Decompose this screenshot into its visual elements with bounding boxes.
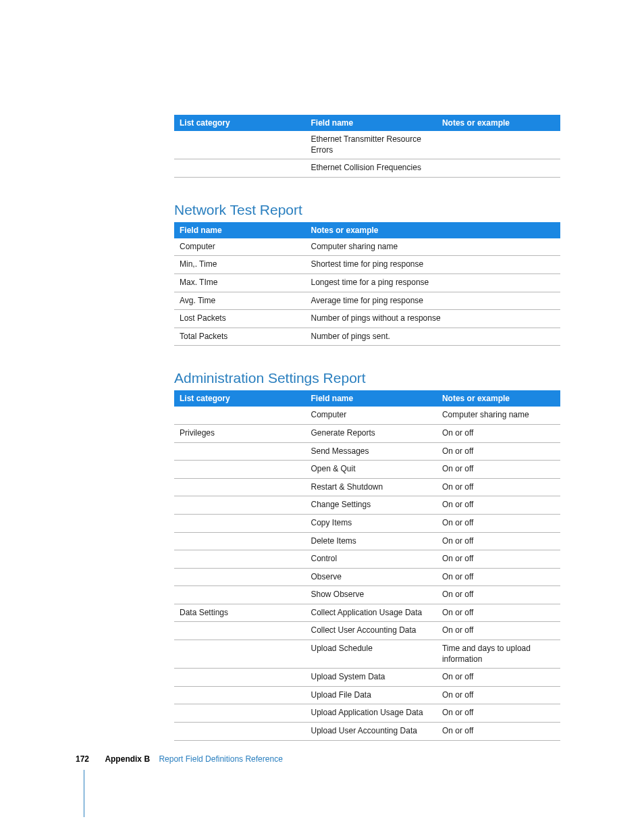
table-row: Max. TImeLongest time for a ping respons… — [174, 273, 560, 292]
table-cell: On or off — [437, 496, 560, 515]
th-notes: Notes or example — [437, 115, 560, 131]
table-cell: Computer sharing name — [305, 238, 560, 256]
table-cell: Min,. Time — [174, 256, 305, 274]
table-row: Collect User Accounting DataOn or off — [174, 622, 560, 640]
table-cell — [174, 478, 305, 496]
table-row: Show ObserveOn or off — [174, 586, 560, 604]
footer-rule — [84, 770, 84, 817]
table-cell: Ethernet Collision Frequencies — [305, 159, 436, 178]
table-row: Min,. TimeShortest time for ping respons… — [174, 256, 560, 274]
table-row: Send MessagesOn or off — [174, 442, 560, 461]
table-row: Upload File DataOn or off — [174, 686, 560, 704]
table-network-test: Field name Notes or example ComputerComp… — [174, 222, 560, 346]
table-cell: Avg. Time — [174, 292, 305, 310]
table-cell: On or off — [437, 704, 560, 723]
table-row: Data SettingsCollect Application Usage D… — [174, 604, 560, 622]
table-cell: Number of pings without a response — [305, 310, 560, 328]
table-cell: On or off — [437, 424, 560, 442]
table-cell — [174, 461, 305, 479]
table-cell: On or off — [437, 586, 560, 604]
table-cell: On or off — [437, 686, 560, 704]
table-row: Upload System DataOn or off — [174, 669, 560, 687]
table-row: Ethernet Transmitter Resource Errors — [174, 131, 560, 159]
content-area: List category Field name Notes or exampl… — [174, 115, 560, 765]
page-footer: 172 Appendix B Report Field Definitions … — [76, 754, 283, 764]
th-field-name: Field name — [174, 222, 305, 238]
table-cell: On or off — [437, 442, 560, 461]
th-notes: Notes or example — [305, 222, 560, 238]
table-cell: Delete Items — [305, 532, 436, 550]
table-cell: On or off — [437, 461, 560, 479]
table-cell: Open & Quit — [305, 461, 436, 479]
table-admin-settings: List category Field name Notes or exampl… — [174, 390, 560, 740]
table-row: Upload Application Usage DataOn or off — [174, 704, 560, 723]
table-cell: Shortest time for ping response — [305, 256, 560, 274]
table-row: Change SettingsOn or off — [174, 496, 560, 515]
table-cell: On or off — [437, 669, 560, 687]
table-cell: Total Packets — [174, 328, 305, 346]
table-cell — [174, 686, 305, 704]
table-header-row: List category Field name Notes or exampl… — [174, 115, 560, 131]
table-cell: Show Observe — [305, 586, 436, 604]
table3-body: ComputerComputer sharing namePrivilegesG… — [174, 407, 560, 740]
heading-network-test-report: Network Test Report — [174, 202, 560, 218]
th-field-name: Field name — [305, 115, 436, 131]
table2-body: ComputerComputer sharing nameMin,. TimeS… — [174, 238, 560, 346]
table-cell: On or off — [437, 604, 560, 622]
table-cell — [174, 159, 305, 178]
table-cell: Lost Packets — [174, 310, 305, 328]
table-cell: Upload User Accounting Data — [305, 723, 436, 741]
table-cell: Upload System Data — [305, 669, 436, 687]
th-field-name: Field name — [305, 390, 436, 407]
table-row: ObserveOn or off — [174, 568, 560, 586]
table-cell: On or off — [437, 622, 560, 640]
table-cell — [174, 669, 305, 687]
table-cell: Control — [305, 550, 436, 569]
table-row: Lost PacketsNumber of pings without a re… — [174, 310, 560, 328]
th-notes: Notes or example — [437, 390, 560, 407]
table-cell: Max. TIme — [174, 273, 305, 292]
table-row: Ethernet Collision Frequencies — [174, 159, 560, 178]
table-cell — [174, 568, 305, 586]
table-cell — [174, 640, 305, 669]
table-cell: Send Messages — [305, 442, 436, 461]
table-row: Copy ItemsOn or off — [174, 514, 560, 532]
table-cell — [437, 159, 560, 178]
table-cell: Privileges — [174, 424, 305, 442]
table-cell: Computer — [305, 407, 436, 424]
heading-administration-settings-report: Administration Settings Report — [174, 370, 560, 386]
table-row: Upload User Accounting DataOn or off — [174, 723, 560, 741]
table-row: Open & QuitOn or off — [174, 461, 560, 479]
table-cell: Change Settings — [305, 496, 436, 515]
table-cell — [174, 723, 305, 741]
table-cell: Time and days to upload information — [437, 640, 560, 669]
table-cell: Number of pings sent. — [305, 328, 560, 346]
table-cell: Upload Application Usage Data — [305, 704, 436, 723]
table-cell — [174, 496, 305, 515]
table1-body: Ethernet Transmitter Resource ErrorsEthe… — [174, 131, 560, 177]
table-cell — [174, 131, 305, 159]
th-list-category: List category — [174, 115, 305, 131]
table-cell: On or off — [437, 532, 560, 550]
table-cell: On or off — [437, 478, 560, 496]
table-cell: Restart & Shutdown — [305, 478, 436, 496]
table-cell — [174, 532, 305, 550]
table-row: PrivilegesGenerate ReportsOn or off — [174, 424, 560, 442]
table-cell: Observe — [305, 568, 436, 586]
table-cell — [174, 550, 305, 569]
appendix-label: Appendix B — [105, 754, 150, 764]
table-cell — [174, 407, 305, 424]
table-cell: On or off — [437, 514, 560, 532]
table-cell — [174, 704, 305, 723]
table-cell: Longest time for a ping response — [305, 273, 560, 292]
appendix-title: Report Field Definitions Reference — [159, 754, 282, 764]
table-cell: Collect Application Usage Data — [305, 604, 436, 622]
table-row: Total PacketsNumber of pings sent. — [174, 328, 560, 346]
table-cell: On or off — [437, 550, 560, 569]
table-cell — [174, 442, 305, 461]
page-number: 172 — [76, 754, 89, 764]
table-cell — [437, 131, 560, 159]
table-cell: Upload Schedule — [305, 640, 436, 669]
table-row: ComputerComputer sharing name — [174, 407, 560, 424]
table-row: Delete ItemsOn or off — [174, 532, 560, 550]
